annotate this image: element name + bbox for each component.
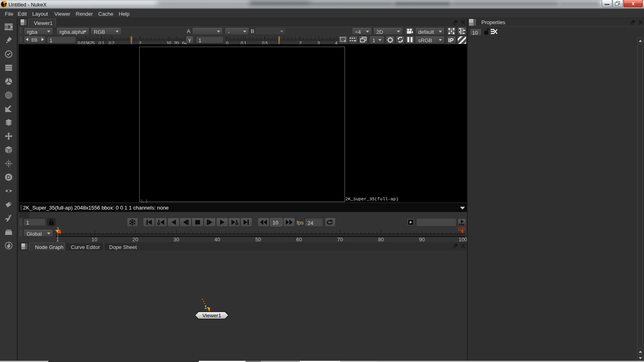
svg-text:1: 1 — [204, 305, 207, 310]
svg-text:Viewer1: Viewer1 — [202, 313, 221, 319]
svg-text:D: D — [7, 174, 10, 180]
